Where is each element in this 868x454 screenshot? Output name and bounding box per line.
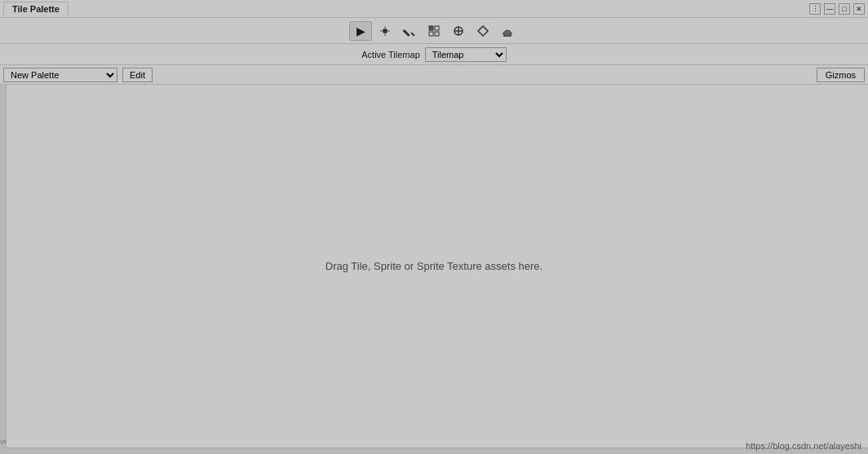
paint-tool-button[interactable]	[398, 21, 421, 41]
palette-select[interactable]: New Palette	[3, 68, 117, 82]
tilemap-row: Active Tilemap Tilemap	[0, 44, 868, 65]
svg-rect-2	[429, 26, 433, 30]
select-tool-button[interactable]: ▶	[349, 21, 372, 41]
palette-edit-button[interactable]: Edit	[122, 68, 153, 82]
svg-point-0	[383, 29, 388, 33]
canvas-area: S Drag Tile, Sprite or Sprite Texture as…	[0, 85, 868, 447]
fill-tool-button[interactable]	[496, 21, 519, 41]
svg-rect-4	[429, 32, 433, 36]
title-bar: Tile Palette ⋮ — □ ✕	[0, 0, 868, 18]
watermark: https://blog.csdn.net/alayeshi	[746, 441, 861, 451]
close-button[interactable]: ✕	[853, 3, 865, 15]
svg-rect-1	[403, 29, 410, 36]
title-controls: ⋮ — □ ✕	[809, 3, 865, 15]
svg-rect-3	[435, 26, 439, 30]
svg-rect-5	[435, 32, 439, 36]
tilemap-label: Active Tilemap	[361, 50, 420, 60]
svg-marker-9	[478, 26, 488, 36]
title-tab: Tile Palette	[3, 2, 69, 15]
maximize-button[interactable]: □	[839, 3, 850, 15]
tilemap-select[interactable]: Tilemap	[425, 47, 507, 62]
horizontal-scrollbar[interactable]	[0, 447, 868, 454]
gizmos-button[interactable]: Gizmos	[817, 68, 865, 82]
toolbar: ▶	[0, 18, 868, 44]
erase-tool-button[interactable]	[472, 21, 494, 41]
canvas-placeholder: Drag Tile, Sprite or Sprite Texture asse…	[326, 260, 542, 272]
svg-rect-10	[503, 34, 512, 37]
palette-select-container: New Palette Edit	[3, 68, 153, 82]
picker-tool-button[interactable]	[447, 21, 470, 41]
menu-button[interactable]: ⋮	[809, 3, 821, 15]
left-ruler: S	[0, 85, 7, 447]
move-tool-button[interactable]	[374, 21, 396, 41]
box-tool-button[interactable]	[423, 21, 445, 41]
minimize-button[interactable]: —	[824, 3, 835, 15]
main-area: S Drag Tile, Sprite or Sprite Texture as…	[0, 85, 868, 454]
palette-row: New Palette Edit Gizmos	[0, 65, 868, 85]
